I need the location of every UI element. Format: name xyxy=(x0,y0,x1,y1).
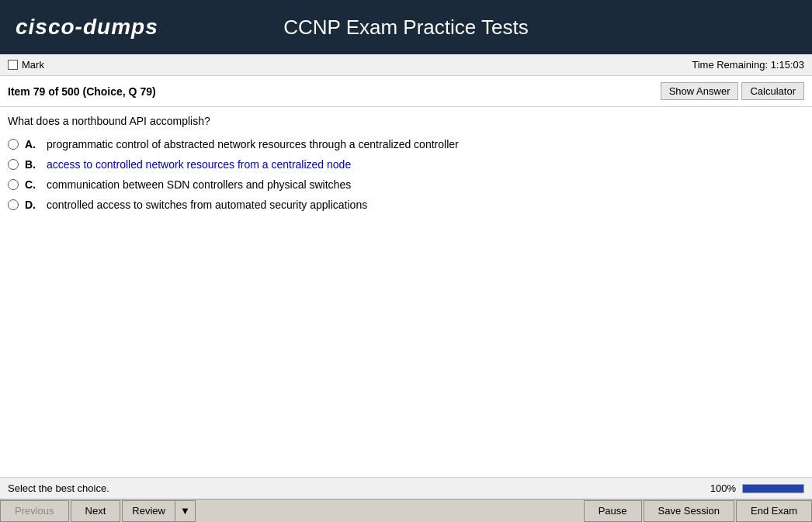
progress-bar-fill xyxy=(743,485,803,493)
choice-item-d[interactable]: D.controlled access to switches from aut… xyxy=(8,199,796,211)
logo: cisco-dumps xyxy=(16,15,158,40)
show-answer-button[interactable]: Show Answer xyxy=(661,82,739,100)
nav-right: Pause Save Session End Exam xyxy=(584,500,812,522)
choice-label-b: B. xyxy=(25,158,40,171)
end-exam-button[interactable]: End Exam xyxy=(736,500,812,522)
choice-radio-c[interactable] xyxy=(8,179,19,190)
question-buttons: Show Answer Calculator xyxy=(661,82,804,100)
choice-text-b: access to controlled network resources f… xyxy=(47,158,351,171)
status-bar: Select the best choice. 100% xyxy=(0,477,812,499)
calculator-button[interactable]: Calculator xyxy=(741,82,804,100)
choice-item-a[interactable]: A.programmatic control of abstracted net… xyxy=(8,138,796,150)
save-session-button[interactable]: Save Session xyxy=(644,500,735,522)
time-value: 1:15:03 xyxy=(771,59,804,71)
choice-text-a: programmatic control of abstracted netwo… xyxy=(47,138,459,150)
choice-item-b[interactable]: B.access to controlled network resources… xyxy=(8,158,796,171)
choice-item-c[interactable]: C.communication between SDN controllers … xyxy=(8,178,796,191)
question-text: What does a northbound API accomplish? xyxy=(8,115,796,127)
choice-radio-d[interactable] xyxy=(8,199,19,210)
choice-label-a: A. xyxy=(25,138,40,150)
progress-bar-container xyxy=(742,484,804,493)
nav-left: Previous Next Review ▼ xyxy=(0,500,196,522)
mark-label[interactable]: Mark xyxy=(8,59,44,71)
next-button[interactable]: Next xyxy=(71,500,121,522)
previous-button[interactable]: Previous xyxy=(0,500,69,522)
bottom-nav: Previous Next Review ▼ Pause Save Sessio… xyxy=(0,499,812,522)
question-header: Item 79 of 500 (Choice, Q 79) Show Answe… xyxy=(0,76,812,107)
review-button-wrap: Review ▼ xyxy=(122,500,196,522)
choice-label-c: C. xyxy=(25,178,40,191)
mark-checkbox[interactable] xyxy=(8,60,18,70)
status-text: Select the best choice. xyxy=(8,482,109,494)
choices: A.programmatic control of abstracted net… xyxy=(8,138,796,211)
main-content: What does a northbound API accomplish? A… xyxy=(0,107,812,477)
progress-pct: 100% xyxy=(710,482,736,494)
mark-bar: Mark Time Remaining: 1:15:03 xyxy=(0,54,812,76)
mark-text: Mark xyxy=(22,59,44,71)
time-remaining: Time Remaining: 1:15:03 xyxy=(692,59,804,71)
choice-radio-a[interactable] xyxy=(8,139,19,150)
choice-radio-b[interactable] xyxy=(8,159,19,170)
header: cisco-dumps CCNP Exam Practice Tests xyxy=(0,0,812,54)
choice-text-c: communication between SDN controllers an… xyxy=(47,178,351,191)
review-dropdown-button[interactable]: ▼ xyxy=(175,500,196,522)
pause-button[interactable]: Pause xyxy=(584,500,642,522)
review-button[interactable]: Review xyxy=(122,500,175,522)
header-title: CCNP Exam Practice Tests xyxy=(283,16,528,40)
choice-label-d: D. xyxy=(25,199,40,211)
choice-text-d: controlled access to switches from autom… xyxy=(47,199,367,211)
item-info: Item 79 of 500 (Choice, Q 79) xyxy=(8,85,156,98)
progress-area: 100% xyxy=(710,482,804,494)
